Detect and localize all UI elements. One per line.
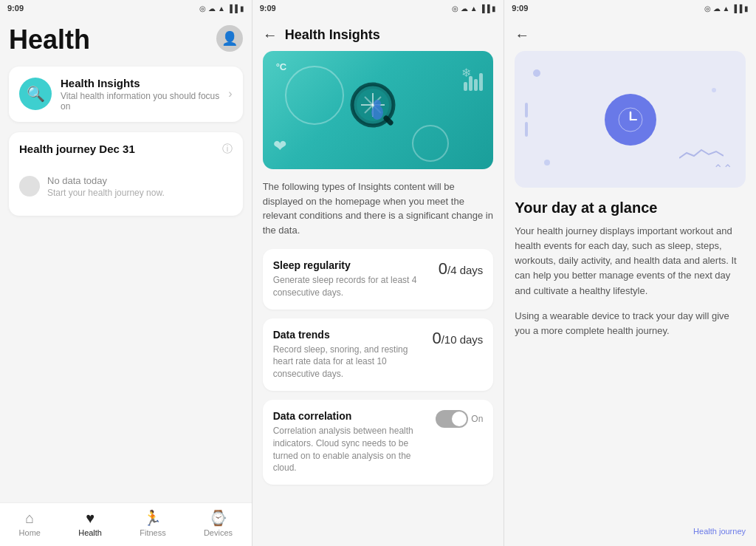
bottom-navigation: ⌂ Home ♥ Health 🏃 Fitness ⌚ Devices [0,502,252,546]
panel-health-home: 9:09 ◎ ☁ ▲ ▐▐ ▮ Health 👤 🔍 Health Insigh… [0,0,252,546]
deco-dot-2 [712,88,716,92]
deco-bar-left-2 [525,122,528,137]
panel-day-glance: 9:09 ◎ ☁ ▲ ▐▐ ▮ ← ⌃⌃ [504,0,756,546]
journey-start-prompt: Start your health journey now. [47,188,165,198]
insights-card-subtitle: Vital health information you should focu… [61,91,219,112]
chevron-right-icon: › [228,87,232,100]
hero-bar-4 [479,73,483,91]
trends-count-num: 0 [432,329,441,347]
toggle-label: On [471,414,483,424]
hero-bar-2 [469,76,472,91]
hero-bar-1 [464,82,467,91]
status-icons-2: ◎ ☁ ▲ ▐▐ ▮ [452,4,496,13]
correlation-toggle[interactable] [436,410,468,428]
hero-circle-2 [412,125,449,162]
nav-devices-label: Devices [204,528,233,537]
health-insights-card[interactable]: 🔍 Health Insights Vital health informati… [9,66,243,122]
panel2-header: ← Health Insights [252,16,504,51]
nav-home[interactable]: ⌂ Home [19,510,41,537]
insight-correlation-desc: Correlation analysis between health indi… [273,425,429,474]
insights-card-title: Health Insights [61,77,219,89]
nav-home-label: Home [19,528,41,537]
panel1-body: Health 👤 🔍 Health Insights Vital health … [0,16,252,502]
sleep-count-num: 0 [439,259,447,278]
day-glance-hero-image: ⌃⌃ [515,51,746,188]
panel2-body: The following types of Insights content … [252,180,504,546]
day-glance-desc1: Your health journey displays important w… [515,224,746,298]
panel3-footer: Health journey [504,519,756,546]
status-time-3: 9:09 [512,4,528,13]
toggle-knob [452,412,467,426]
insights-hero-image: °C ❤ ❄ [263,51,494,169]
home-icon: ⌂ [25,510,34,527]
panel2-page-title: Health Insights [285,27,380,43]
status-icons-3: ◎ ☁ ▲ ▐▐ ▮ [704,4,749,13]
insight-trends-text: Data trends Record sleep, snoring, and r… [273,329,425,381]
trends-count-unit: /10 days [441,333,484,346]
insight-trends-desc: Record sleep, snoring, and resting heart… [273,344,425,381]
panel3-header: ← [504,16,756,51]
avatar-icon: 👤 [221,30,238,47]
insight-sleep-count: 0/4 days [439,259,484,279]
nav-fitness-label: Fitness [140,528,165,537]
page-title: Health [9,25,90,55]
back-button[interactable]: ← [263,27,278,44]
status-time-1: 9:09 [7,4,24,13]
clock-svg [617,106,644,133]
deco-dot-3 [544,160,550,165]
insights-magnifier-icon: 🔍 [27,85,45,103]
deco-chevron-icon: ⌃⌃ [713,163,732,175]
insight-sleep-title: Sleep regularity [273,259,431,271]
hero-circle-1 [285,66,344,125]
nav-fitness[interactable]: 🏃 Fitness [140,509,165,537]
fitness-icon: 🏃 [143,509,162,527]
journey-header: Health journey Dec 31 ⓘ [19,143,233,156]
nav-health-label: Health [78,528,102,537]
status-icons-1: ◎ ☁ ▲ ▐▐ ▮ [199,4,244,13]
svg-point-8 [374,100,381,107]
status-bar-2: 9:09 ◎ ☁ ▲ ▐▐ ▮ [252,0,504,16]
svg-line-6 [386,118,391,123]
deco-bars-left [525,103,528,137]
journey-empty-dot [19,176,40,197]
sleep-count-unit: /4 days [447,264,483,276]
deco-arrows-right: ⌃⌃ [713,162,732,176]
day-glance-desc2: Using a wearable device to track your da… [515,309,746,338]
clock-icon [605,94,656,146]
info-icon[interactable]: ⓘ [222,143,233,156]
hero-temp-label: °C [276,61,287,72]
panel1-header: Health 👤 [9,25,243,55]
insights-icon: 🔍 [19,78,52,110]
insight-sleep-regularity: Sleep regularity Generate sleep records … [263,249,494,310]
nav-health[interactable]: ♥ Health [78,510,102,537]
day-glance-title: Your day at a glance [515,199,746,216]
status-time-2: 9:09 [260,4,276,13]
wave-svg [679,147,724,162]
journey-empty-text: No data today Start your health journey … [47,175,165,198]
devices-icon: ⌚ [209,509,227,527]
insight-trends-count: 0/10 days [432,329,483,348]
nav-devices[interactable]: ⌚ Devices [204,509,233,537]
avatar[interactable]: 👤 [216,25,243,52]
health-heart-icon: ♥ [86,510,94,527]
panel3-back-button[interactable]: ← [515,27,529,43]
deco-dot-1 [533,69,540,77]
health-journey-badge: Health journey [693,527,746,536]
insight-sleep-desc: Generate sleep records for at least 4 co… [273,274,431,299]
insight-data-trends: Data trends Record sleep, snoring, and r… [263,318,494,391]
panel2-description: The following types of Insights content … [263,180,494,237]
journey-no-data: No data today [47,175,165,186]
panel3-body: Your day at a glance Your health journey… [504,199,756,519]
journey-title: Health journey Dec 31 [19,143,135,155]
insights-text-block: Health Insights Vital health information… [61,77,219,112]
insight-correlation-text: Data correlation Correlation analysis be… [273,410,429,474]
insight-data-correlation: Data correlation Correlation analysis be… [263,400,494,485]
insight-trends-title: Data trends [273,329,425,341]
status-bar-3: 9:09 ◎ ☁ ▲ ▐▐ ▮ [504,0,756,16]
health-journey-card: Health journey Dec 31 ⓘ No data today St… [9,132,243,216]
insight-sleep-text: Sleep regularity Generate sleep records … [273,259,431,299]
magnifier-svg [345,77,411,143]
hero-bars-chart [464,73,483,91]
status-bar-1: 9:09 ◎ ☁ ▲ ▐▐ ▮ [0,0,252,16]
panel-health-insights: 9:09 ◎ ☁ ▲ ▐▐ ▮ ← Health Insights °C ❤ ❄ [252,0,505,546]
